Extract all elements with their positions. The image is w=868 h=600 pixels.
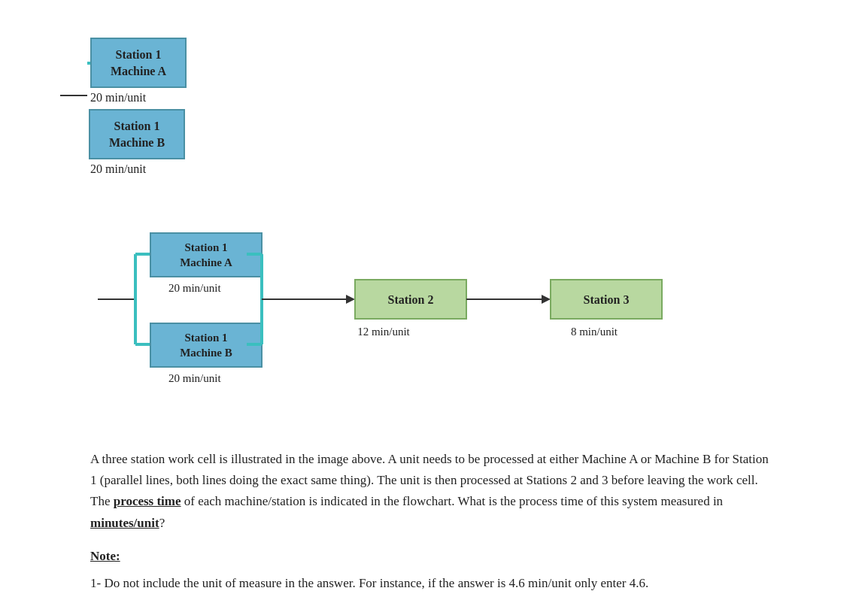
input-line <box>60 95 87 96</box>
note-label-p: Note: <box>90 549 778 564</box>
station2-time-text: 12 min/unit <box>357 326 410 338</box>
diagram-svg: Station 1 Machine A 20 min/unit Station … <box>90 217 805 412</box>
machine-b-box: Station 1 Machine B <box>89 109 185 159</box>
top-h-connector <box>87 62 90 65</box>
station3-time-text: 8 min/unit <box>571 326 618 338</box>
diagram-container: Station 1 Machine A 20 min/unit Station … <box>90 217 778 416</box>
machine-b-row: Station 1 Machine B <box>89 109 185 159</box>
machine-b-text2: Machine B <box>180 347 232 359</box>
machine-a-text2: Machine A <box>180 256 232 268</box>
arrow2-head-svg <box>542 295 551 304</box>
machine-a-text1: Station 1 <box>184 241 227 253</box>
machine-b-rect <box>150 323 262 367</box>
machine-b-l1: Station 1 <box>114 120 160 132</box>
machine-b-l2: Machine B <box>109 136 165 149</box>
machine-b-time: 20 min/unit <box>168 372 221 384</box>
body-text: A three station work cell is illustrated… <box>90 449 778 533</box>
s1-time-a: 20 min/unit <box>90 91 146 105</box>
note-label: Note: <box>90 549 120 563</box>
station3-text: Station 3 <box>584 293 630 306</box>
note-section: Note: 1- Do not include the unit of meas… <box>90 549 778 591</box>
machine-a-l2: Machine A <box>111 65 166 77</box>
diagram-main-row: Station 1 Machine A 20 min/unit Station … <box>60 38 823 176</box>
machine-a-rect <box>150 233 262 277</box>
page-container: Station 1 Machine A 20 min/unit Station … <box>45 209 823 600</box>
process-time-emphasis: process time <box>114 494 181 508</box>
machine-a-row: Station 1 Machine A <box>87 38 187 88</box>
machine-a-box: Station 1 Machine A <box>90 38 187 88</box>
full-diagram: Station 1 Machine A 20 min/unit Station … <box>60 38 823 176</box>
station2-text: Station 2 <box>388 293 434 306</box>
paragraph1: A three station work cell is illustrated… <box>90 449 778 533</box>
station1-wrapper: Station 1 Machine A 20 min/unit Station … <box>87 38 187 176</box>
minutes-unit-emphasis: minutes/unit <box>90 516 159 530</box>
s1-time-b: 20 min/unit <box>90 162 146 176</box>
machine-b-text1: Station 1 <box>184 332 227 344</box>
machine-a-time: 20 min/unit <box>168 282 221 294</box>
note-content: 1- Do not include the unit of measure in… <box>90 576 778 591</box>
arrow1-head-svg <box>346 295 355 304</box>
machine-a-l1: Station 1 <box>116 48 162 61</box>
